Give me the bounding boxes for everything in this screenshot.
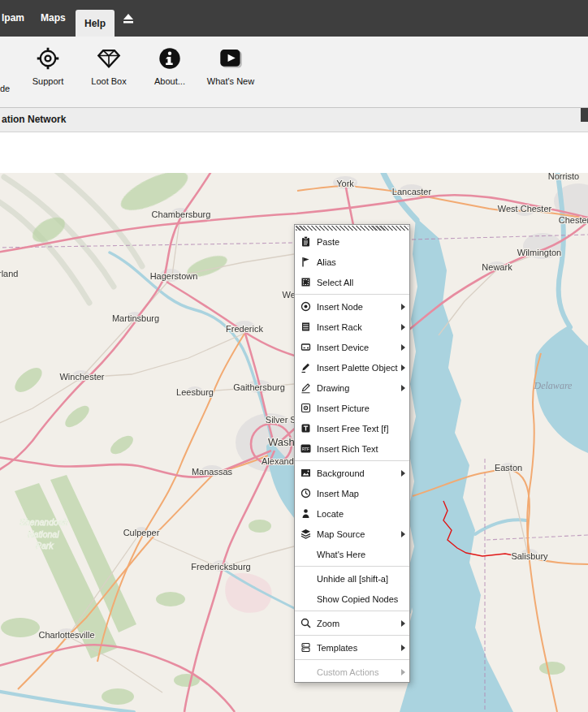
context-menu: Paste Alias Select All Insert Node Inser… bbox=[294, 224, 410, 683]
map-label: West Chester bbox=[498, 204, 552, 214]
menu-item-insert-map[interactable]: Insert Map bbox=[295, 483, 409, 503]
submenu-arrow-icon bbox=[401, 620, 405, 627]
palette-icon bbox=[299, 361, 312, 373]
toolbar: de Support Loot Box About... bbox=[0, 37, 588, 108]
map-label: Chambersburg bbox=[152, 209, 211, 219]
map-label: Fredericksburg bbox=[191, 562, 250, 572]
map-label: Charlottesville bbox=[38, 630, 94, 640]
node-icon bbox=[299, 300, 312, 313]
rack-icon bbox=[299, 321, 312, 333]
menu-item-insert-device[interactable]: Insert Device bbox=[295, 337, 409, 357]
submenu-arrow-icon bbox=[401, 365, 405, 371]
toolbar-item-clipped-label[interactable]: de bbox=[0, 84, 10, 93]
toolbar-item-about[interactable]: About... bbox=[141, 46, 198, 86]
menu-item-insert-picture[interactable]: Insert Picture bbox=[295, 398, 409, 418]
info-icon bbox=[158, 46, 182, 71]
submenu-arrow-icon bbox=[401, 645, 405, 651]
submenu-arrow-icon bbox=[401, 385, 405, 391]
menu-item-templates[interactable]: Templates bbox=[295, 637, 409, 658]
map-label: Culpeper bbox=[123, 528, 160, 537]
menubar-item-help[interactable]: Help bbox=[76, 10, 115, 37]
toolbar-item-whats-new[interactable]: What's New bbox=[202, 46, 259, 86]
pencil-icon bbox=[299, 382, 312, 394]
map-label-park: National bbox=[28, 529, 59, 539]
layers-icon bbox=[299, 528, 312, 540]
eject-icon[interactable] bbox=[122, 12, 135, 25]
menu-item-custom-actions: Custom Actions bbox=[295, 662, 409, 682]
map-titlebar: ation Network bbox=[0, 108, 588, 132]
map-label: Winchester bbox=[59, 372, 104, 382]
titlebar-corner-widget[interactable] bbox=[581, 108, 588, 122]
map-label-state: Delaware bbox=[534, 380, 573, 391]
map-label: Salisbury bbox=[511, 551, 548, 561]
toolbar-item-label: About... bbox=[154, 76, 185, 86]
menu-separator bbox=[295, 659, 409, 660]
submenu-arrow-icon bbox=[401, 344, 405, 351]
menubar-item-maps[interactable]: Maps bbox=[41, 0, 66, 37]
menu-separator bbox=[295, 460, 409, 461]
rich-text-icon: RTF bbox=[299, 442, 312, 455]
menu-item-zoom[interactable]: Zoom bbox=[295, 613, 409, 633]
menu-item-alias[interactable]: Alias bbox=[295, 252, 409, 272]
map-label: Frederick bbox=[226, 324, 263, 334]
menu-tearoff-handle[interactable] bbox=[296, 226, 409, 231]
submenu-arrow-icon bbox=[401, 324, 405, 330]
menu-item-map-source[interactable]: Map Source bbox=[295, 524, 409, 544]
menu-separator bbox=[295, 566, 409, 567]
menu-item-whats-here[interactable]: What's Here bbox=[295, 544, 409, 564]
menu-item-locate[interactable]: Locate bbox=[295, 503, 409, 524]
menu-item-insert-free-text[interactable]: Insert Free Text [f] bbox=[295, 418, 409, 438]
stack-icon bbox=[299, 641, 312, 654]
map-title: ation Network bbox=[2, 108, 66, 132]
map-label: Gaithersburg bbox=[233, 382, 285, 392]
map-label: Newark bbox=[482, 262, 512, 272]
menubar: lpam Maps Help bbox=[0, 0, 588, 37]
svg-text:RTF: RTF bbox=[302, 447, 309, 451]
map-label: Martinsburg bbox=[112, 313, 159, 323]
menu-item-drawing[interactable]: Drawing bbox=[295, 378, 409, 398]
device-icon bbox=[299, 341, 312, 353]
icon-spacer bbox=[299, 572, 312, 585]
magnifier-icon bbox=[299, 617, 312, 629]
menu-item-insert-rack[interactable]: Insert Rack bbox=[295, 317, 409, 337]
menu-item-insert-node[interactable]: Insert Node bbox=[295, 296, 409, 317]
app-window: lpam Maps Help de Support Loot Box bbox=[0, 0, 588, 712]
map-label: York bbox=[336, 179, 354, 188]
map-label: Lancaster bbox=[392, 187, 432, 196]
target-icon bbox=[36, 46, 60, 71]
submenu-arrow-icon bbox=[401, 531, 405, 537]
toolbar-item-label: Loot Box bbox=[91, 76, 126, 86]
gem-icon bbox=[97, 46, 121, 71]
text-icon bbox=[299, 422, 312, 434]
menu-separator bbox=[295, 611, 409, 611]
submenu-arrow-icon bbox=[401, 304, 405, 310]
map-label: rland bbox=[0, 269, 18, 278]
menubar-item-ipam[interactable]: lpam bbox=[2, 0, 24, 37]
toolbar-item-label: What's New bbox=[207, 76, 254, 86]
menu-item-paste[interactable]: Paste bbox=[295, 231, 409, 252]
toolbar-item-loot-box[interactable]: Loot Box bbox=[80, 46, 137, 86]
toolbar-item-label: Support bbox=[32, 76, 64, 86]
menu-item-show-copied-nodes[interactable]: Show Copied Nodes bbox=[295, 589, 409, 609]
menu-item-background[interactable]: Background bbox=[295, 463, 409, 483]
map-label: Chester bbox=[559, 215, 588, 225]
toolbar-item-support[interactable]: Support bbox=[19, 46, 76, 86]
map-label: Norristo bbox=[548, 173, 580, 181]
clock-icon bbox=[299, 487, 312, 499]
menu-item-unhide-all[interactable]: Unhide all [shift-a] bbox=[295, 568, 409, 589]
alias-flag-icon bbox=[299, 256, 312, 268]
map-label: Leesburg bbox=[176, 387, 214, 397]
select-all-icon bbox=[299, 276, 312, 288]
map-label: Easton bbox=[495, 463, 522, 473]
map-label: Manassas bbox=[192, 467, 233, 477]
map-label: Hagerstown bbox=[150, 271, 198, 281]
icon-spacer bbox=[299, 593, 312, 605]
menu-item-select-all[interactable]: Select All bbox=[295, 272, 409, 292]
picture-icon bbox=[299, 402, 312, 414]
map-label-park: Park bbox=[36, 541, 54, 550]
play-badge-icon bbox=[218, 46, 243, 71]
map-label-park: Shenandoah bbox=[19, 517, 68, 527]
menu-item-insert-palette-object[interactable]: Insert Palette Object bbox=[295, 357, 409, 378]
paste-icon bbox=[299, 235, 312, 248]
menu-item-insert-rich-text[interactable]: RTF Insert Rich Text bbox=[295, 438, 409, 459]
